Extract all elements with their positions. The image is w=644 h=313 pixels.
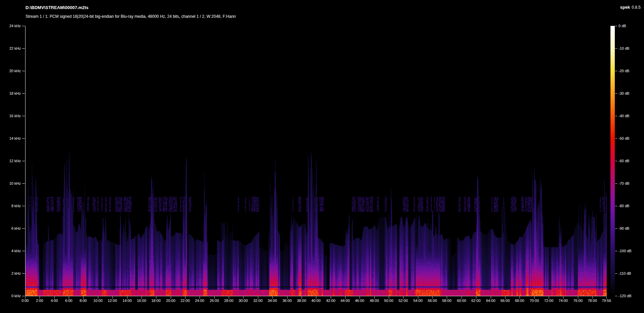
time-tick-label: 12:00 <box>105 299 120 303</box>
time-tick-label: 10:00 <box>90 299 106 303</box>
time-tick-label: 79:56 <box>599 299 614 303</box>
time-tick-label: 46:00 <box>352 299 367 303</box>
db-tick-label: -50 dB <box>619 136 629 141</box>
time-tick-label: 70:00 <box>527 299 542 303</box>
db-tick-label: -90 dB <box>619 226 629 231</box>
db-tick <box>615 161 617 161</box>
freq-tick <box>22 48 25 49</box>
db-tick <box>615 206 617 206</box>
time-tick-label: 60:00 <box>454 299 469 303</box>
time-tick-label: 24:00 <box>192 299 207 303</box>
db-tick-label: -40 dB <box>619 114 629 118</box>
db-tick <box>615 296 617 296</box>
time-tick-label: 66:00 <box>497 299 513 303</box>
spectrogram-plot <box>25 26 607 296</box>
db-tick <box>615 183 617 184</box>
app-brand: spek 0.8.5 <box>620 5 641 10</box>
freq-tick <box>22 161 25 161</box>
db-tick <box>615 251 617 251</box>
freq-tick-label: 2 kHz <box>0 271 21 276</box>
db-tick-label: -120 dB <box>619 294 632 298</box>
time-tick-label: 8:00 <box>75 299 91 303</box>
time-tick-label: 72:00 <box>541 299 556 303</box>
freq-tick <box>22 228 25 229</box>
time-tick-label: 58:00 <box>439 299 454 303</box>
app-version: 0.8.5 <box>632 5 641 10</box>
time-tick-label: 34:00 <box>265 299 280 303</box>
db-tick <box>615 138 617 139</box>
freq-tick-label: 24 kHz <box>0 24 21 28</box>
freq-tick-label: 14 kHz <box>0 136 21 141</box>
time-tick-label: 64:00 <box>483 299 498 303</box>
freq-tick-label: 4 kHz <box>0 249 21 253</box>
freq-tick <box>22 206 25 206</box>
file-path-title: D:\BDMV\STREAM\00007.m2ts <box>25 5 89 10</box>
time-tick-label: 16:00 <box>134 299 149 303</box>
db-tick <box>615 228 617 229</box>
db-tick <box>615 93 617 94</box>
time-tick-label: 32:00 <box>250 299 266 303</box>
freq-tick-label: 10 kHz <box>0 181 21 186</box>
time-tick-label: 54:00 <box>410 299 426 303</box>
freq-tick <box>22 116 25 116</box>
time-tick-label: 38:00 <box>294 299 309 303</box>
db-tick <box>615 273 617 274</box>
db-tick <box>615 116 617 116</box>
time-tick-label: 62:00 <box>468 299 484 303</box>
app-name: spek <box>620 5 630 10</box>
freq-tick <box>22 251 25 251</box>
time-tick-label: 36:00 <box>279 299 295 303</box>
time-tick-label: 48:00 <box>367 299 382 303</box>
freq-tick-label: 12 kHz <box>0 159 21 163</box>
spectrogram-canvas <box>25 26 607 296</box>
freq-tick-label: 22 kHz <box>0 46 21 51</box>
time-tick-label: 44:00 <box>337 299 353 303</box>
freq-tick <box>22 296 25 296</box>
time-tick-label: 68:00 <box>512 299 527 303</box>
time-tick-label: 0:00 <box>17 299 33 303</box>
freq-tick <box>22 138 25 139</box>
freq-tick-label: 18 kHz <box>0 91 21 96</box>
time-tick-label: 14:00 <box>119 299 135 303</box>
spek-window: D:\BDMV\STREAM\00007.m2ts Stream 1 / 1: … <box>0 0 644 313</box>
stream-info: Stream 1 / 1: PCM signed 16|20|24-bit bi… <box>25 14 236 19</box>
db-tick-label: -70 dB <box>619 181 629 186</box>
freq-tick-label: 16 kHz <box>0 114 21 118</box>
db-tick <box>615 71 617 71</box>
freq-tick-label: 8 kHz <box>0 204 21 208</box>
db-tick-label: 0 dB <box>619 24 626 28</box>
freq-tick <box>22 26 25 26</box>
db-tick <box>615 26 617 26</box>
db-tick <box>615 48 617 49</box>
time-tick-label: 20:00 <box>163 299 178 303</box>
time-tick-label: 6:00 <box>61 299 76 303</box>
time-tick-label: 26:00 <box>207 299 222 303</box>
db-tick-label: -100 dB <box>619 249 632 253</box>
freq-tick-label: 20 kHz <box>0 69 21 73</box>
freq-tick <box>22 93 25 94</box>
time-tick-label: 18:00 <box>148 299 164 303</box>
db-tick-label: -30 dB <box>619 91 629 96</box>
time-tick-label: 52:00 <box>395 299 411 303</box>
freq-tick-label: 0 kHz <box>0 294 21 298</box>
freq-tick-label: 6 kHz <box>0 226 21 231</box>
time-tick-label: 40:00 <box>308 299 324 303</box>
db-tick-label: -80 dB <box>619 204 629 208</box>
freq-tick <box>22 273 25 274</box>
time-tick-label: 50:00 <box>381 299 396 303</box>
time-tick-label: 28:00 <box>221 299 236 303</box>
time-tick-label: 2:00 <box>32 299 47 303</box>
time-tick-label: 56:00 <box>425 299 440 303</box>
time-tick-label: 22:00 <box>177 299 193 303</box>
db-tick-label: -110 dB <box>619 271 631 276</box>
freq-tick <box>22 183 25 184</box>
db-tick-label: -60 dB <box>619 159 629 163</box>
time-tick-label: 74:00 <box>555 299 571 303</box>
time-tick-label: 30:00 <box>235 299 251 303</box>
db-tick-label: -10 dB <box>619 46 629 51</box>
time-tick-label: 42:00 <box>323 299 338 303</box>
time-tick-label: 76:00 <box>570 299 586 303</box>
time-tick-label: 4:00 <box>47 299 62 303</box>
time-tick-label: 78:00 <box>585 299 600 303</box>
db-colorbar <box>610 26 615 296</box>
